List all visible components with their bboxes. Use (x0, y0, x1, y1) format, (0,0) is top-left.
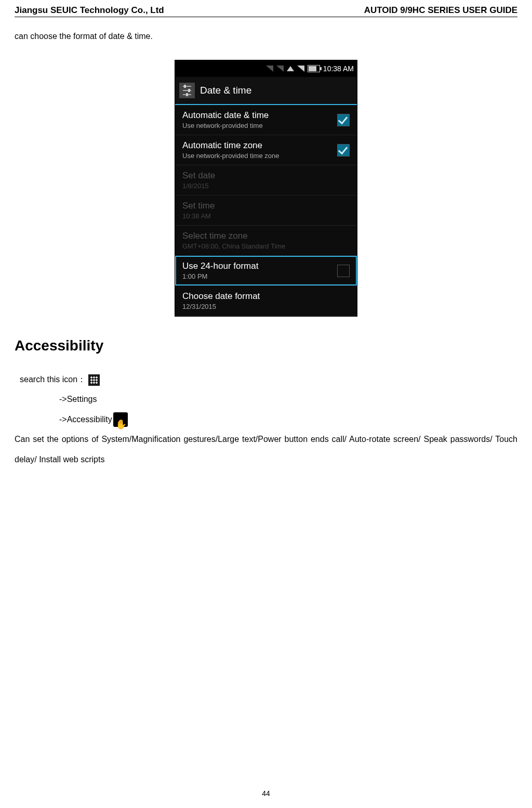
settings-sliders-icon (179, 83, 195, 98)
phone-frame: 10:38 AM Date & time Automatic date & ti… (175, 60, 357, 317)
accessibility-hand-icon (113, 412, 128, 427)
row-subtitle: Use network-provided time zone (182, 152, 279, 160)
header-right: AUTOID 9/9HC SERIES USER GUIDE (364, 5, 517, 16)
apps-grid-icon (88, 374, 100, 386)
row-title: Select time zone (182, 231, 285, 241)
settings-row-0[interactable]: Automatic date & timeUse network-provide… (175, 105, 357, 135)
row-title: Automatic date & time (182, 110, 269, 121)
checkbox[interactable] (337, 114, 350, 126)
header-divider (15, 17, 517, 17)
search-icon-line: search this icon： (15, 370, 517, 389)
section-heading-accessibility: Accessibility (15, 337, 517, 354)
row-subtitle: Use network-provided time (182, 122, 269, 129)
accessibility-description: Can set the options of System/Magnificat… (15, 429, 517, 470)
row-subtitle: 1:00 PM (182, 272, 258, 280)
nav-step-settings-text: ->Settings (59, 389, 97, 409)
screenshot-figure: 10:38 AM Date & time Automatic date & ti… (15, 60, 517, 317)
row-subtitle: 10:38 AM (182, 212, 215, 220)
nav-step-settings: ->Settings (15, 389, 517, 409)
battery-icon (308, 65, 320, 72)
row-title: Set time (182, 201, 215, 211)
settings-row-1[interactable]: Automatic time zoneUse network-provided … (175, 135, 357, 165)
wifi-icon (287, 66, 294, 71)
row-title: Choose date format (182, 291, 260, 302)
status-time: 10:38 AM (323, 64, 354, 73)
settings-row-6[interactable]: Choose date format12/31/2015 (175, 286, 357, 316)
titlebar-text: Date & time (200, 85, 251, 96)
row-subtitle: 12/31/2015 (182, 303, 260, 310)
nav-step-accessibility: ->Accessibility (15, 410, 517, 429)
status-bar: 10:38 AM (175, 60, 357, 77)
cell-signal-icon (297, 66, 304, 72)
checkbox[interactable] (337, 265, 350, 277)
row-subtitle: GMT+08:00, China Standard Time (182, 242, 285, 250)
checkbox[interactable] (337, 144, 350, 157)
settings-titlebar: Date & time (175, 77, 357, 105)
page-header: Jiangsu SEUIC Technology Co., Ltd AUTOID… (15, 5, 517, 16)
row-title: Automatic time zone (182, 140, 279, 151)
settings-row-5[interactable]: Use 24-hour format1:00 PM (175, 256, 357, 286)
row-subtitle: 1/8/2015 (182, 182, 215, 190)
nav-step-accessibility-text: ->Accessibility (59, 410, 112, 429)
intro-line: can choose the format of date & time. (15, 32, 517, 41)
page-number: 44 (0, 789, 532, 798)
header-left: Jiangsu SEUIC Technology Co., Ltd (15, 5, 164, 16)
sim1-signal-icon (266, 66, 273, 72)
row-title: Set date (182, 171, 215, 181)
settings-row-2: Set date1/8/2015 (175, 165, 357, 196)
settings-row-3: Set time10:38 AM (175, 196, 357, 226)
sim2-signal-icon (276, 66, 284, 72)
settings-row-4: Select time zoneGMT+08:00, China Standar… (175, 226, 357, 256)
search-icon-label: search this icon： (20, 375, 86, 384)
row-title: Use 24-hour format (182, 261, 258, 271)
